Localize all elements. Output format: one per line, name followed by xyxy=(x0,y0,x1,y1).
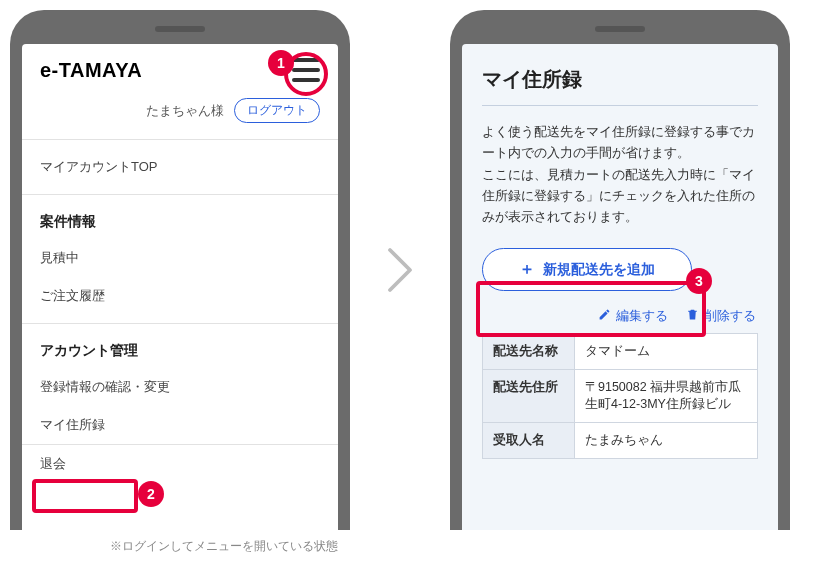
add-button-wrap: ＋ 新規配送先を追加 xyxy=(462,238,778,299)
menu-address-book[interactable]: マイ住所録 xyxy=(22,406,338,444)
address-table: 配送先名称 タマドーム 配送先住所 〒9150082 福井県越前市瓜生町4-12… xyxy=(482,333,758,459)
plus-icon: ＋ xyxy=(519,259,535,280)
logout-button[interactable]: ログアウト xyxy=(234,98,320,123)
delete-link[interactable]: 削除する xyxy=(686,307,756,325)
footnote: ※ログインしてメニューを開いている状態 xyxy=(110,538,338,555)
stage: e-TAMAYA たまちゃん様 ログアウト マイアカウントTOP 案件情報 見積… xyxy=(10,10,809,530)
th-name: 配送先名称 xyxy=(483,334,575,370)
brand-logo: e-TAMAYA xyxy=(40,59,142,82)
user-row: たまちゃん様 ログアウト xyxy=(22,92,338,139)
menu-section-account: アカウント管理 xyxy=(22,324,338,368)
app-header: e-TAMAYA xyxy=(22,44,338,92)
menu-my-account-top[interactable]: マイアカウントTOP xyxy=(22,140,338,194)
menu-section-cases: 案件情報 xyxy=(22,195,338,239)
pencil-icon xyxy=(598,308,611,324)
screen-left: e-TAMAYA たまちゃん様 ログアウト マイアカウントTOP 案件情報 見積… xyxy=(22,44,338,530)
delete-label: 削除する xyxy=(704,307,756,325)
menu-withdraw[interactable]: 退会 xyxy=(22,445,338,483)
menu-quote[interactable]: 見積中 xyxy=(22,239,338,277)
row-actions: 編集する 削除する xyxy=(462,299,778,333)
table-row: 配送先住所 〒9150082 福井県越前市瓜生町4-12-3MY住所録ビル xyxy=(483,370,758,423)
trash-icon xyxy=(686,308,699,324)
th-address: 配送先住所 xyxy=(483,370,575,423)
callout-rect-2 xyxy=(32,479,138,513)
edit-label: 編集する xyxy=(616,307,668,325)
menu-reg-info[interactable]: 登録情報の確認・変更 xyxy=(22,368,338,406)
td-address: 〒9150082 福井県越前市瓜生町4-12-3MY住所録ビル xyxy=(575,370,758,423)
phone-speaker xyxy=(595,26,645,32)
page-title: マイ住所録 xyxy=(462,44,778,99)
user-label: たまちゃん様 xyxy=(146,102,224,120)
arrow-next-icon xyxy=(370,10,430,530)
chevron-right-icon xyxy=(385,245,415,295)
table-row: 受取人名 たまみちゃん xyxy=(483,423,758,459)
phone-right: マイ住所録 よく使う配送先をマイ住所録に登録する事でカート内での入力の手間が省け… xyxy=(450,10,790,530)
edit-link[interactable]: 編集する xyxy=(598,307,668,325)
page-description: よく使う配送先をマイ住所録に登録する事でカート内での入力の手間が省けます。 ここ… xyxy=(462,106,778,238)
table-row: 配送先名称 タマドーム xyxy=(483,334,758,370)
phone-left: e-TAMAYA たまちゃん様 ログアウト マイアカウントTOP 案件情報 見積… xyxy=(10,10,350,530)
th-recipient: 受取人名 xyxy=(483,423,575,459)
phone-speaker xyxy=(155,26,205,32)
menu-orders[interactable]: ご注文履歴 xyxy=(22,277,338,315)
td-recipient: たまみちゃん xyxy=(575,423,758,459)
add-shipping-button[interactable]: ＋ 新規配送先を追加 xyxy=(482,248,692,291)
screen-right: マイ住所録 よく使う配送先をマイ住所録に登録する事でカート内での入力の手間が省け… xyxy=(462,44,778,530)
add-shipping-label: 新規配送先を追加 xyxy=(543,261,655,279)
td-name: タマドーム xyxy=(575,334,758,370)
hamburger-menu-icon[interactable] xyxy=(292,58,320,82)
